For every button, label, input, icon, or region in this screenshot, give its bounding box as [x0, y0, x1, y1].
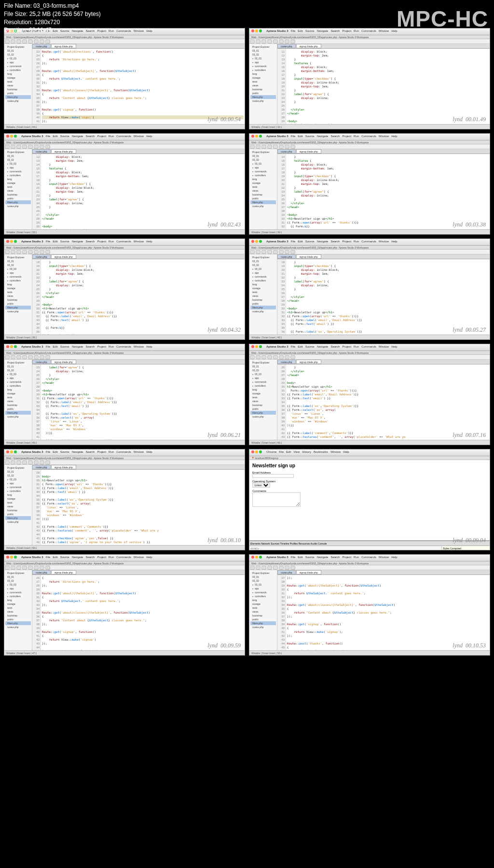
tree-item[interactable]: routes.php: [5, 625, 31, 629]
toolbar-button[interactable]: [285, 355, 289, 359]
tree-item[interactable]: commands: [250, 275, 276, 279]
toolbar-button[interactable]: [267, 250, 272, 254]
minimize-icon[interactable]: [10, 556, 13, 559]
tree-item[interactable]: filters.php: [5, 516, 31, 520]
minimize-icon[interactable]: [255, 240, 258, 243]
toolbar-button[interactable]: [267, 145, 272, 149]
menu-item[interactable]: Source: [305, 29, 315, 34]
editor-tabs[interactable]: routes.php signup.blade.php: [32, 465, 245, 470]
tab[interactable]: signup.blade.php: [296, 254, 321, 259]
tree-item[interactable]: controllers: [250, 68, 276, 72]
menu-item[interactable]: Edit: [53, 345, 57, 350]
minimize-icon[interactable]: [10, 345, 13, 348]
menu-item[interactable]: Project: [97, 556, 106, 560]
tree-item[interactable]: commands: [250, 64, 276, 68]
tree-item[interactable]: storage: [5, 392, 31, 395]
menu-item[interactable]: File: [291, 29, 296, 34]
menu-item[interactable]: File: [46, 556, 51, 560]
menu-item[interactable]: Commands: [116, 556, 131, 560]
menu-item[interactable]: Run: [354, 556, 359, 560]
toolbar-button[interactable]: [285, 250, 289, 254]
menu-item[interactable]: Commands: [116, 135, 131, 139]
toolbar[interactable]: [4, 144, 245, 149]
menu-item[interactable]: Run: [109, 135, 114, 139]
tree-item[interactable]: bootstrap: [250, 87, 276, 91]
tree-item[interactable]: views: [250, 189, 276, 193]
tree-item[interactable]: views: [250, 610, 276, 614]
toolbar[interactable]: [4, 460, 245, 465]
toolbar-button[interactable]: [40, 145, 44, 149]
tree-item[interactable]: filters.php: [250, 306, 276, 309]
tree-item[interactable]: filters.php: [250, 200, 276, 204]
tree-item[interactable]: 03_03: [5, 267, 31, 271]
tree-item[interactable]: 03_03: [5, 583, 31, 587]
project-explorer[interactable]: Project Explorer03_0103_0203_03appcomman…: [249, 254, 277, 335]
maximize-icon[interactable]: [14, 556, 17, 559]
tree-item[interactable]: app: [250, 166, 276, 169]
tree-item[interactable]: commands: [5, 275, 31, 279]
menu-item[interactable]: Help: [146, 135, 152, 139]
toolbar-button[interactable]: [16, 145, 21, 149]
menu-item[interactable]: Search: [85, 450, 95, 455]
minimize-icon[interactable]: [10, 135, 13, 138]
toolbar-button[interactable]: [285, 145, 289, 149]
tree-item[interactable]: 03_01: [5, 49, 31, 53]
toolbar-button[interactable]: [273, 250, 278, 254]
minimize-icon[interactable]: [255, 556, 258, 559]
menu-item[interactable]: File: [46, 240, 51, 244]
tab[interactable]: routes.php: [277, 44, 296, 48]
toolbar-button[interactable]: [279, 250, 284, 254]
menu-item[interactable]: Help: [391, 135, 397, 139]
toolbar-button[interactable]: [261, 40, 266, 43]
toolbar-button[interactable]: [256, 355, 261, 359]
editor[interactable]: routes.php signup.blade.php 272829303132…: [277, 570, 490, 650]
tree-item[interactable]: tests: [5, 290, 31, 294]
tree-item[interactable]: lang: [250, 282, 276, 286]
menu-item[interactable]: Source: [60, 135, 69, 139]
code-area[interactable]: } </style> </head> body> h1>Newsletter s…: [286, 360, 490, 440]
menu-item[interactable]: Edit: [53, 240, 57, 244]
tree-item[interactable]: routes.php: [5, 520, 31, 524]
tree-item[interactable]: 03_02: [5, 368, 31, 372]
tree-item[interactable]: 03_02: [250, 368, 276, 372]
editor-tabs[interactable]: routes.php signup.blade.php: [277, 149, 490, 154]
menu-item[interactable]: Commands: [116, 240, 131, 244]
tree-item[interactable]: 03_03: [5, 477, 31, 481]
editor[interactable]: routes.php signup.blade.php 181920212223…: [277, 254, 490, 335]
menu-item[interactable]: Window: [134, 29, 144, 34]
menu-item[interactable]: Navigate: [72, 450, 83, 455]
toolbar-button[interactable]: [256, 40, 261, 43]
toolbar-button[interactable]: [261, 145, 266, 149]
menubar[interactable]: Aptana Studio 3 FileEditSourceNavigateSe…: [4, 239, 245, 246]
toolbar-button[interactable]: [28, 461, 33, 464]
editor[interactable]: routes.php signup.blade.php 262728293031…: [32, 570, 245, 650]
editor-tabs[interactable]: routes.php signup.blade.php: [32, 570, 245, 575]
tree-item[interactable]: tests: [250, 395, 276, 399]
editor-tabs[interactable]: routes.php signup.blade.php: [32, 360, 245, 364]
toolbar-button[interactable]: [273, 40, 278, 43]
toolbar-button[interactable]: [16, 461, 21, 464]
menu-item[interactable]: Window: [134, 450, 144, 455]
tree-item[interactable]: public: [250, 617, 276, 621]
menu-item[interactable]: Project: [342, 29, 351, 34]
toolbar-button[interactable]: [250, 355, 255, 359]
menubar[interactable]: Aptana Studio 3 FileEditSourceNavigateSe…: [249, 344, 490, 351]
toolbar-button[interactable]: [250, 566, 255, 570]
menu-item[interactable]: Chrome: [266, 450, 276, 455]
tree-item[interactable]: bootstrap: [5, 403, 31, 407]
tree-item[interactable]: routes.php: [250, 204, 276, 208]
close-icon[interactable]: [251, 29, 254, 32]
maximize-icon[interactable]: [14, 450, 17, 453]
tab[interactable]: routes.php: [32, 360, 51, 364]
menu-item[interactable]: Search: [85, 345, 95, 350]
editor-tabs[interactable]: routes.php signup.blade.php: [277, 360, 490, 364]
toolbar-button[interactable]: [267, 40, 272, 43]
project-explorer[interactable]: Project Explorer03_0103_0203_03appcomman…: [4, 44, 32, 124]
menu-item[interactable]: Navigate: [72, 135, 83, 139]
tree-item[interactable]: app: [250, 271, 276, 275]
menu-item[interactable]: Window: [134, 556, 144, 560]
tree-item[interactable]: Project Explorer: [5, 361, 31, 364]
tree-item[interactable]: storage: [250, 76, 276, 80]
tree-item[interactable]: 03_01: [250, 49, 276, 53]
toolbar-button[interactable]: [16, 40, 21, 43]
